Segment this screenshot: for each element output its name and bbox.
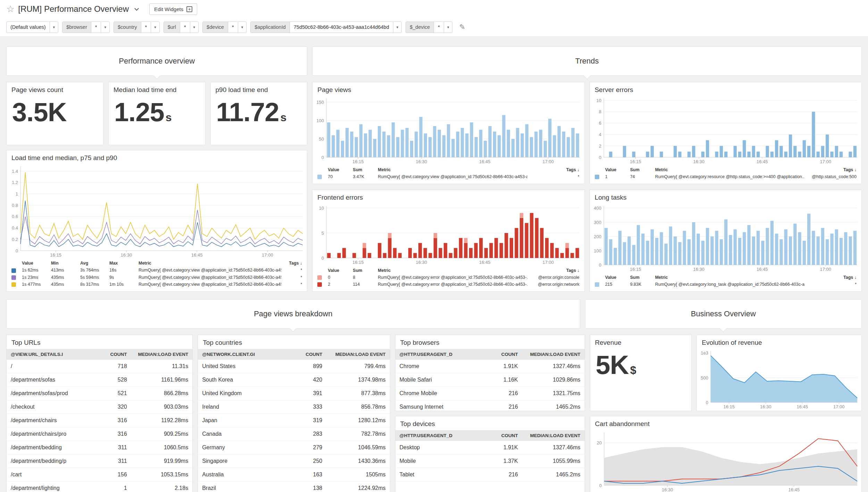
column-header[interactable]: COUNT [294, 349, 326, 360]
filter-pill-application-id[interactable]: $applicationId 75d50c62-8b66-403c-a453-a… [250, 22, 402, 33]
legend-column-header[interactable]: Sum [630, 274, 655, 281]
legend-column-header[interactable]: Metric [139, 260, 281, 267]
table-row[interactable]: Canada283782.78ms [198, 427, 390, 441]
group-header-trends[interactable]: Trends [312, 47, 862, 76]
legend-column-header[interactable]: Metric [655, 166, 804, 173]
legend-column-header[interactable]: Tags ↓ [281, 260, 302, 267]
legend-column-header[interactable]: Tags ↓ [527, 267, 579, 274]
title-chevron-down-icon[interactable] [134, 6, 139, 11]
table-row[interactable]: /department/sofas5281161.96ms [7, 373, 192, 387]
filter-pill-browser[interactable]: $browser * ▾ [62, 22, 110, 33]
legend-column-header[interactable]: Sum [353, 267, 378, 274]
table-row[interactable]: Tablet2161465.2ms [395, 468, 585, 482]
column-header[interactable]: @HTTP.USERAGENT_D [395, 349, 490, 360]
column-header[interactable]: MEDIAN:LOAD EVENT [522, 430, 585, 441]
legend-row[interactable]: 08RumQuery[ @evt.category:error @applica… [317, 274, 579, 281]
table-row[interactable]: Japan3191280.12ms [198, 414, 390, 427]
legend-column-header[interactable]: Metric [378, 166, 527, 173]
table-row[interactable]: United Kingdom391877.38ms [198, 387, 390, 400]
edit-widgets-button[interactable]: Edit Widgets + [149, 3, 197, 15]
edit-filters-pencil-icon[interactable]: ✎ [459, 23, 465, 31]
table-row[interactable]: Chrome1.91K1327.46ms [395, 360, 585, 373]
column-header[interactable]: MEDIAN:LOAD EVENT [131, 349, 193, 360]
frontend-errors-chart[interactable]: 051016:1516:3016:4517:00 [312, 204, 584, 266]
table-row[interactable]: Desktop1.91K1327.46ms [395, 441, 585, 455]
server-errors-chart[interactable]: 024681016:1516:3016:4517:00 [590, 96, 861, 166]
legend-row[interactable]: 1s 477ms435ms8s 317ms1m 10sRumQuery[ @ev… [11, 281, 302, 288]
legend-column-header[interactable]: Sum [630, 166, 655, 173]
column-header[interactable]: @VIEW.URL_DETAILS.I [7, 349, 100, 360]
group-header-page-views-breakdown[interactable]: Page views breakdown [6, 299, 580, 328]
legend-column-header[interactable]: Value [328, 267, 353, 274]
table-row[interactable]: Germany2791046.59ms [198, 441, 390, 455]
legend-column-header[interactable]: Sum [353, 166, 378, 173]
column-header[interactable]: MEDIAN:LOAD EVENT [326, 349, 390, 360]
filter-pill-country[interactable]: $country * ▾ [114, 22, 160, 33]
column-header[interactable]: @HTTP.USERAGENT_D [395, 430, 490, 441]
legend-column-header[interactable]: Min [51, 260, 80, 267]
table-row[interactable]: /department/bedding3111060.5ms [7, 441, 192, 455]
filter-pill-underscore-device[interactable]: $_device * ▾ [406, 22, 452, 33]
svg-text:0: 0 [599, 483, 601, 488]
legend-row[interactable]: 2114RumQuery[ @evt.category:error @appli… [317, 281, 579, 288]
legend-column-header[interactable]: Metric [655, 274, 804, 281]
column-header[interactable]: COUNT [490, 430, 522, 441]
p90-load-time-widget[interactable]: p90 load time end 11.72s [210, 82, 308, 145]
table-row[interactable]: Ireland333856.78ms [198, 400, 390, 414]
table-row[interactable]: /71811.31s [7, 360, 192, 373]
filter-pill-device[interactable]: $device * ▾ [202, 22, 247, 33]
favorite-star-icon[interactable]: ☆ [6, 5, 15, 14]
legend-column-header[interactable]: Tags ↓ [527, 166, 579, 173]
widget-title: Server errors [590, 82, 861, 96]
table-row[interactable]: /checkout320903.03ms [7, 400, 192, 414]
table-row[interactable]: South Korea4201374.98ms [198, 373, 390, 387]
table-row[interactable]: /department/chairs/pro316909.25ms [7, 427, 192, 441]
table-row[interactable]: Singapore2501430.36ms [198, 455, 390, 468]
revenue-widget[interactable]: Revenue 5K$ [590, 335, 692, 411]
table-row[interactable]: Mobile Safari1.16K1029.86ms [395, 373, 585, 387]
long-tasks-chart[interactable]: 010020030040016:1516:3016:4517:00 [590, 204, 861, 273]
legend-column-header[interactable]: Avg [80, 260, 109, 267]
legend-column-header[interactable]: Value [22, 260, 51, 267]
table-row[interactable]: United States899799.4ms [198, 360, 390, 373]
table-row[interactable]: Australia1631505ms [198, 468, 390, 482]
table-row[interactable]: Chrome Mobile2161321.75ms [395, 387, 585, 400]
legend-cell: 16s [109, 267, 139, 274]
legend-column-header[interactable]: Tags ↓ [804, 274, 857, 281]
column-header[interactable]: COUNT [490, 349, 522, 360]
legend-row[interactable]: 174RumQuery[ @evt.category:resource @htt… [595, 173, 857, 180]
table-row[interactable]: Mobile1.37K1055.99ms [395, 455, 585, 468]
cart-abandonment-chart[interactable]: 02016:3016:45 [590, 430, 861, 492]
legend-column-header[interactable]: Metric [378, 267, 527, 274]
column-header[interactable]: MEDIAN:LOAD EVENT [522, 349, 585, 360]
page-views-count-widget[interactable]: Page views count 3.5K [6, 82, 103, 145]
table-row[interactable]: Samsung Internet2161465.2ms [395, 400, 585, 411]
legend-column-header[interactable]: Value [328, 166, 353, 173]
table-row[interactable]: /department/bedding/p311919.99ms [7, 455, 192, 468]
legend-row[interactable]: 1s 23ms435ms5s 594ms9sRumQuery[ @evt.cat… [11, 274, 302, 281]
column-header[interactable]: @NETWORK.CLIENT.GI [198, 349, 294, 360]
legend-row[interactable]: 703.47KRumQuery[ @evt.category:view @app… [317, 173, 579, 180]
page-views-chart[interactable]: 05010015016:1516:3016:4517:00 [312, 96, 584, 166]
legend-column-header[interactable]: Max [109, 260, 139, 267]
group-header-performance-overview[interactable]: Performance overview [6, 47, 307, 76]
legend-column-header[interactable]: Tags ↓ [804, 166, 857, 173]
table-row[interactable]: /cart1561053.15ms [7, 468, 192, 482]
widget-title: Top browsers [395, 335, 585, 349]
legend-column-header[interactable]: Value [605, 166, 630, 173]
load-time-chart[interactable]: 00.20.40.60.811.21.416:1516:3016:4517:00 [7, 164, 307, 259]
column-header[interactable]: COUNT [100, 349, 131, 360]
legend-column-header[interactable]: Value [605, 274, 630, 281]
median-load-time-widget[interactable]: Median load time end 1.25s [108, 82, 206, 145]
table-row[interactable]: /department/lighting12.18s [7, 482, 192, 492]
table-row[interactable]: /department/sofas/prod521866.28ms [7, 387, 192, 400]
group-header-business-overview[interactable]: Business Overview [585, 299, 862, 328]
filter-pill-url[interactable]: $url * ▾ [164, 22, 199, 33]
default-values-dropdown[interactable]: (Default values) ▾ [6, 22, 58, 33]
table-row[interactable]: /department/chairs3161192.28ms [7, 414, 192, 427]
legend-row[interactable]: 1s 62ms413ms3s 764ms16sRumQuery[ @evt.ca… [11, 267, 302, 274]
table-row[interactable]: Brazil1381224.92ms [198, 482, 390, 492]
legend-row[interactable]: 2159.83KRumQuery[ @evt.category:long_tas… [595, 281, 857, 288]
evolution-of-revenue-chart[interactable]: 05001e316:1516:3016:4517:00 [697, 349, 861, 411]
svg-text:200: 200 [594, 234, 601, 239]
